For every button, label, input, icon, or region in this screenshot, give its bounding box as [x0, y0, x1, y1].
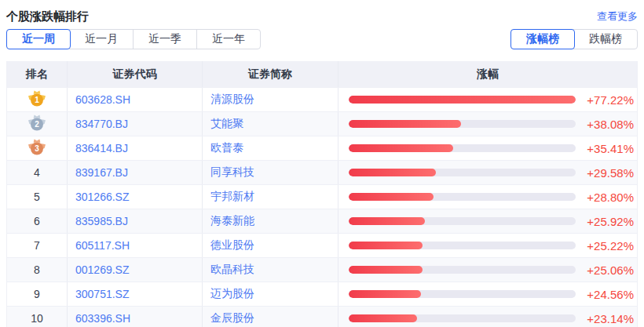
stock-name[interactable]: 欧晶科技 [210, 263, 254, 277]
name-cell: 迈为股份 [203, 282, 338, 306]
stock-code[interactable]: 834770.BJ [75, 118, 128, 130]
stock-name[interactable]: 德业股份 [210, 238, 254, 253]
stock-ranking-panel: 个股涨跌幅排行 查看更多 近一周 近一月 近一季 近一年 涨幅榜 跌幅榜 排名 … [0, 0, 644, 327]
rank-cell: 5 [7, 185, 68, 209]
stock-name[interactable]: 艾能聚 [210, 117, 243, 131]
stock-name[interactable]: 同享科技 [210, 165, 254, 180]
code-cell: 839167.BJ [68, 161, 203, 184]
tab-period-quarter[interactable]: 近一季 [133, 30, 196, 49]
stock-name[interactable]: 宇邦新材 [210, 190, 254, 204]
change-percent: +23.14% [576, 312, 635, 325]
rank-cell: 7 [7, 234, 68, 257]
change-cell: +25.06% [338, 258, 637, 282]
stock-name[interactable]: 欧普泰 [210, 141, 243, 155]
change-bar-fill [349, 266, 423, 274]
table-row[interactable]: 3 836414.BJ 欧普泰 +35.41% [7, 136, 637, 160]
svg-text:2: 2 [35, 120, 39, 129]
table-row[interactable]: 9 300751.SZ 迈为股份 +24.56% [7, 282, 637, 306]
code-cell: 836414.BJ [68, 136, 203, 160]
panel-header: 个股涨跌幅排行 查看更多 [6, 8, 638, 25]
name-cell: 清源股份 [203, 88, 338, 111]
code-cell: 605117.SH [68, 234, 203, 257]
rank-medal-icon: 1 [27, 89, 46, 107]
name-cell: 艾能聚 [203, 112, 338, 136]
change-percent: +25.06% [576, 263, 635, 277]
stock-name[interactable]: 迈为股份 [210, 287, 254, 301]
change-bar-fill [349, 144, 453, 152]
column-header-rank: 排名 [7, 61, 68, 87]
rank-badge: 3 [27, 138, 46, 158]
change-bar-track [349, 193, 576, 201]
stock-code[interactable]: 603628.SH [75, 93, 130, 106]
svg-text:3: 3 [35, 144, 39, 153]
code-cell: 603628.SH [68, 88, 203, 111]
rank-badge: 5 [34, 191, 40, 203]
table-row[interactable]: 5 301266.SZ 宇邦新材 +28.80% [7, 184, 637, 209]
tab-period-year[interactable]: 近一年 [196, 30, 260, 49]
tab-period-month[interactable]: 近一月 [70, 30, 133, 49]
change-cell: +77.22% [338, 88, 637, 111]
change-bar-track [349, 242, 576, 249]
name-cell: 海泰新能 [203, 209, 338, 233]
change-percent: +77.22% [576, 93, 635, 107]
stock-code[interactable]: 603396.SH [75, 312, 130, 325]
change-bar-fill [349, 242, 423, 249]
column-header-code: 证券代码 [68, 61, 203, 87]
rank-cell: 6 [7, 209, 68, 233]
rank-badge: 9 [34, 288, 40, 300]
change-percent: +25.22% [576, 239, 635, 253]
table-row[interactable]: 7 605117.SH 德业股份 +25.22% [7, 233, 637, 257]
change-cell: +29.58% [338, 161, 637, 184]
stock-code[interactable]: 301266.SZ [75, 191, 130, 203]
rank-cell: 9 [7, 282, 68, 306]
stock-name[interactable]: 金辰股份 [210, 311, 254, 325]
rank-badge: 7 [34, 239, 40, 252]
ranking-table: 排名 证券代码 证券简称 涨幅 1 603628.SH 清源股份 +77.22%… [6, 61, 638, 327]
table-row[interactable]: 6 835985.BJ 海泰新能 +25.92% [7, 209, 637, 233]
table-row[interactable]: 4 839167.BJ 同享科技 +29.58% [7, 160, 637, 184]
table-row[interactable]: 10 603396.SH 金辰股份 +23.14% [7, 306, 637, 327]
change-bar-fill [349, 290, 421, 298]
change-bar-track [349, 314, 576, 322]
view-more-link[interactable]: 查看更多 [597, 9, 638, 24]
change-bar-track [349, 169, 576, 176]
stock-code[interactable]: 839167.BJ [75, 166, 128, 179]
rank-badge: 1 [27, 89, 46, 110]
table-row[interactable]: 1 603628.SH 清源股份 +77.22% [7, 87, 637, 111]
name-cell: 欧晶科技 [203, 258, 338, 282]
change-bar-fill [349, 169, 436, 176]
tab-board-gainers[interactable]: 涨幅榜 [510, 29, 575, 49]
board-tab-group: 涨幅榜 跌幅榜 [510, 29, 638, 49]
change-cell: +23.14% [338, 307, 637, 327]
rank-medal-icon: 3 [27, 138, 46, 156]
stock-code[interactable]: 605117.SH [75, 239, 130, 252]
column-header-name: 证券简称 [203, 61, 338, 87]
stock-code[interactable]: 836414.BJ [75, 142, 128, 154]
table-body: 1 603628.SH 清源股份 +77.22% 2 834770.BJ 艾能聚 [7, 87, 637, 327]
period-tab-group: 近一周 近一月 近一季 近一年 [6, 29, 261, 49]
code-cell: 603396.SH [68, 307, 203, 327]
change-bar-fill [349, 314, 417, 322]
change-bar-track [349, 120, 576, 128]
stock-name[interactable]: 清源股份 [210, 93, 254, 107]
change-cell: +25.92% [338, 209, 637, 233]
change-cell: +38.08% [338, 112, 637, 136]
table-row[interactable]: 8 001269.SZ 欧晶科技 +25.06% [7, 257, 637, 282]
rank-cell: 10 [7, 307, 68, 327]
stock-code[interactable]: 835985.BJ [75, 215, 128, 227]
stock-code[interactable]: 300751.SZ [75, 288, 130, 300]
change-cell: +25.22% [338, 234, 637, 257]
change-bar-fill [349, 120, 461, 128]
change-bar-fill [349, 96, 576, 104]
rank-badge: 6 [34, 215, 40, 227]
table-row[interactable]: 2 834770.BJ 艾能聚 +38.08% [7, 111, 637, 136]
stock-code[interactable]: 001269.SZ [75, 263, 130, 276]
table-header-row: 排名 证券代码 证券简称 涨幅 [7, 61, 637, 87]
rank-badge: 4 [34, 166, 40, 179]
change-bar-track [349, 96, 576, 104]
change-percent: +29.58% [576, 166, 635, 180]
name-cell: 宇邦新材 [203, 185, 338, 209]
tab-board-losers[interactable]: 跌幅榜 [574, 30, 637, 49]
stock-name[interactable]: 海泰新能 [210, 214, 254, 228]
tab-period-week[interactable]: 近一周 [6, 29, 71, 49]
